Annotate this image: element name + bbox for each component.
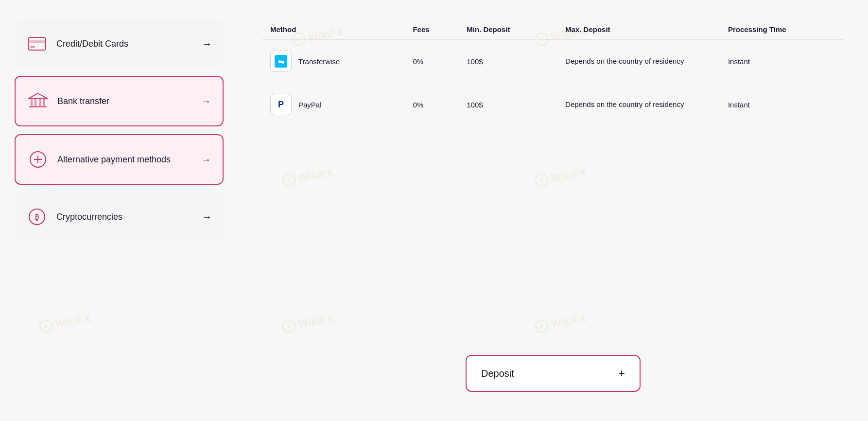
svg-rect-5 [35,98,36,106]
method-name: Transferwise [298,57,340,66]
payment-table: Method Fees Min. Deposit Max. Deposit Pr… [262,19,844,126]
arrow-icon: → [201,96,211,107]
min-deposit-cell: 100$ [459,83,557,126]
method-cell: P PayPal [262,83,405,126]
arrow-icon: → [202,211,212,223]
svg-rect-7 [43,98,45,106]
processing-time-cell: Instant [720,83,844,126]
svg-rect-8 [29,106,47,107]
sidebar-item-credit-debit-cards[interactable]: Credit/Debit Cards → [15,19,224,68]
sidebar-item-bank-transfer-label: Bank transfer [57,96,192,106]
bank-icon [27,90,49,112]
svg-rect-2 [30,46,35,48]
btc-icon: ₿ [26,206,48,228]
min-deposit-cell: 100$ [459,40,557,83]
method-cell: ⇋ Transferwise [262,40,405,83]
max-deposit-cell: Depends on the country of residency [557,40,720,83]
arrow-icon: → [201,154,211,165]
content-area: Method Fees Min. Deposit Max. Deposit Pr… [238,0,868,421]
max-deposit-cell: Depends on the country of residency [557,83,720,126]
svg-rect-0 [28,37,46,50]
col-processing-time: Processing Time [720,19,844,40]
sidebar-item-cryptocurrencies-label: Cryptocurrencies [56,212,193,222]
sidebar-item-cryptocurrencies[interactable]: ₿ Cryptocurrencies → [15,193,224,241]
col-min-deposit: Min. Deposit [459,19,557,40]
sidebar: Credit/Debit Cards → Bank transfer → [0,0,238,421]
svg-marker-3 [29,93,47,98]
deposit-button-container: Deposit + [466,355,641,392]
deposit-button[interactable]: Deposit + [466,355,641,392]
col-fees: Fees [405,19,459,40]
transferwise-icon: ⇋ [275,55,287,68]
deposit-button-label: Deposit [481,368,514,379]
sidebar-item-alternative-payment-methods[interactable]: Alternative payment methods → [15,134,224,185]
processing-time-cell: Instant [720,40,844,83]
fees-cell: 0% [405,40,459,83]
table-row: P PayPal 0% 100$ Depends on the country … [262,83,844,126]
svg-text:₿: ₿ [35,213,39,221]
card-icon [26,33,48,54]
transferwise-logo: ⇋ [270,51,292,72]
paypal-icon: P [278,100,284,110]
fees-cell: 0% [405,83,459,126]
table-row: ⇋ Transferwise 0% 100$ Depends on the co… [262,40,844,83]
paypal-logo: P [270,94,292,115]
plus-icon: + [618,367,625,380]
svg-rect-1 [28,40,46,43]
sidebar-item-alternative-payment-label: Alternative payment methods [57,155,192,165]
svg-rect-6 [39,98,41,106]
svg-rect-4 [31,98,33,106]
circle-plus-icon [27,149,49,170]
sidebar-item-credit-debit-cards-label: Credit/Debit Cards [56,39,193,49]
arrow-icon: → [202,38,212,50]
sidebar-item-bank-transfer[interactable]: Bank transfer → [15,76,224,126]
col-max-deposit: Max. Deposit [557,19,720,40]
method-name: PayPal [298,101,322,109]
col-method: Method [262,19,405,40]
